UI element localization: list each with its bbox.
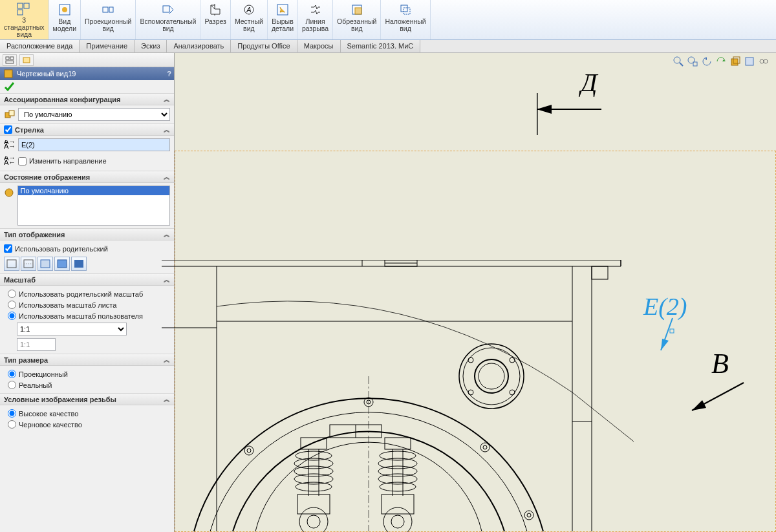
btn-crop-view[interactable]: Обрезанный вид — [333, 0, 381, 39]
tab-sketch[interactable]: Эскиз — [135, 40, 167, 52]
section-dimension-type: Тип размера︽ Проекционный Реальный — [0, 354, 174, 393]
scale-sheet-radio[interactable] — [8, 301, 16, 309]
command-tabs: Расположение вида Примечание Эскиз Анали… — [0, 40, 776, 53]
btn-broken-out[interactable]: Вырыв детали — [268, 0, 298, 39]
scale-custom-select[interactable]: 1:1 — [17, 323, 127, 335]
chevron-up-icon: ︽ — [164, 230, 170, 239]
dim-projected-label: Проекционный — [19, 370, 68, 378]
svg-point-87 — [378, 474, 417, 484]
display-shaded-icon[interactable] — [71, 257, 87, 271]
detail-view-icon: A — [241, 3, 257, 17]
confirm-row — [0, 80, 174, 93]
scale-custom-radio[interactable] — [8, 312, 16, 320]
reverse-direction-checkbox[interactable] — [18, 157, 27, 165]
section-header-dimension-type[interactable]: Тип размера︽ — [0, 354, 174, 366]
svg-point-93 — [391, 515, 404, 528]
btn-projection-view[interactable]: Проекционный вид — [81, 0, 136, 39]
svg-point-26 — [5, 189, 13, 197]
section-display-state: Состояние отображения︽ По умолчанию — [0, 171, 174, 228]
svg-text:A→: A→ — [4, 142, 16, 149]
thread-high-label: Высокое качество — [19, 410, 78, 418]
model-view-icon — [57, 3, 72, 17]
panel-tab-icons — [0, 53, 174, 67]
thread-high-radio[interactable] — [8, 409, 16, 418]
tab-evaluate[interactable]: Анализировать — [167, 40, 231, 52]
display-state-list[interactable]: По умолчанию — [17, 186, 170, 226]
config-select[interactable]: По умолчанию — [18, 108, 170, 121]
btn-break-line[interactable]: Линия разрыва — [298, 0, 333, 39]
svg-point-63 — [459, 344, 524, 409]
dim-projected-radio[interactable] — [8, 370, 16, 378]
arrow-e2 — [654, 315, 680, 360]
svg-point-68 — [510, 357, 515, 363]
arrow-label-input[interactable] — [18, 138, 170, 151]
dim-true-label: Реальный — [19, 381, 52, 389]
display-hidden-visible-icon[interactable] — [21, 257, 36, 271]
display-state-item[interactable]: По умолчанию — [18, 186, 169, 195]
svg-rect-17 — [6, 61, 14, 63]
scale-parent-radio[interactable] — [8, 290, 16, 298]
use-parent-display-checkbox[interactable] — [4, 244, 12, 253]
dim-true-radio[interactable] — [8, 381, 16, 389]
section-view-icon[interactable] — [715, 56, 727, 67]
svg-rect-80 — [297, 495, 330, 514]
panel-tab-1-icon[interactable] — [3, 54, 17, 66]
svg-rect-13 — [401, 5, 407, 12]
svg-point-70 — [510, 390, 515, 395]
display-wireframe-icon[interactable] — [4, 257, 19, 271]
svg-point-65 — [475, 359, 508, 393]
svg-point-100 — [524, 511, 534, 520]
svg-point-76 — [294, 474, 333, 484]
svg-marker-49 — [692, 400, 706, 410]
svg-rect-18 — [23, 58, 30, 63]
svg-point-85 — [378, 458, 417, 469]
svg-point-101 — [527, 513, 531, 517]
svg-text:A←: A← — [4, 158, 16, 165]
svg-rect-2 — [17, 10, 23, 15]
arrow-enable-checkbox[interactable] — [4, 125, 12, 134]
hide-show-icon[interactable] — [758, 56, 770, 67]
section-header-thread[interactable]: Условные изображения резьбы︽ — [0, 394, 174, 405]
btn-section[interactable]: Разрез — [200, 0, 230, 39]
section-header-display-state[interactable]: Состояние отображения︽ — [0, 171, 174, 183]
config-icon — [4, 109, 16, 120]
section-header-arrow[interactable]: Стрелка︽ — [0, 124, 174, 136]
prev-view-icon[interactable] — [701, 56, 713, 67]
tab-office-products[interactable]: Продукты Office — [231, 40, 297, 52]
tab-macros[interactable]: Макросы — [297, 40, 341, 52]
svg-rect-30 — [41, 260, 50, 268]
arrow-direction-icon: A→A← — [4, 155, 16, 167]
section-header-scale[interactable]: Масштаб︽ — [0, 274, 174, 286]
display-style-icon[interactable] — [744, 56, 755, 67]
btn-3-standard-views[interactable]: 3 стандартных вида — [0, 0, 49, 39]
svg-point-94 — [244, 446, 253, 455]
svg-rect-32 — [74, 260, 83, 268]
display-hidden-removed-icon[interactable] — [38, 257, 53, 271]
view-orientation-icon[interactable] — [729, 56, 741, 67]
svg-rect-27 — [7, 260, 16, 268]
standard-views-icon — [16, 3, 32, 16]
section-icon — [208, 3, 223, 17]
btn-model-view[interactable]: Вид модели — [49, 0, 81, 39]
zoom-area-icon[interactable] — [687, 56, 698, 67]
svg-point-40 — [760, 59, 764, 63]
thread-draft-label: Черновое качество — [19, 421, 82, 429]
btn-detail-view[interactable]: A Местный вид — [231, 0, 268, 39]
help-icon[interactable]: ? — [167, 70, 171, 78]
section-header-display-type[interactable]: Тип отображения︽ — [0, 229, 174, 240]
btn-auxiliary-view[interactable]: Вспомогательный вид — [136, 0, 200, 39]
display-shaded-edges-icon[interactable] — [54, 257, 70, 271]
drawing-canvas[interactable]: Д Е(2) В — [175, 53, 776, 532]
svg-rect-0 — [17, 3, 23, 8]
zoom-fit-icon[interactable] — [673, 56, 684, 67]
btn-alternate-position[interactable]: Наложенный вид — [381, 0, 430, 39]
panel-tab-2-icon[interactable] — [19, 54, 34, 66]
projection-view-icon — [100, 3, 116, 17]
thread-draft-radio[interactable] — [8, 420, 16, 429]
tab-view-layout[interactable]: Расположение вида — [0, 40, 80, 52]
tab-annotation[interactable]: Примечание — [80, 40, 135, 52]
svg-rect-16 — [10, 57, 14, 59]
tab-semantic[interactable]: Semantic 2013. МиС — [341, 40, 421, 52]
ok-check-icon[interactable] — [4, 81, 170, 92]
section-header-config[interactable]: Ассоциированная конфигурация︽ — [0, 94, 174, 105]
